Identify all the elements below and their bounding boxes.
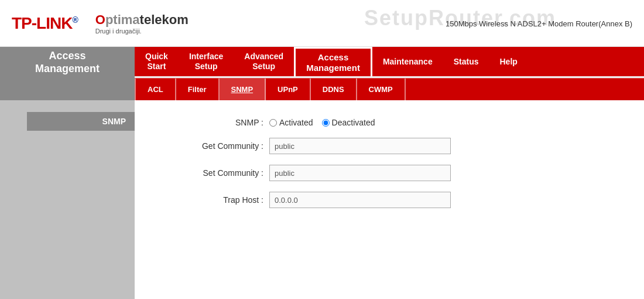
set-community-label: Set Community : — [158, 168, 263, 178]
sub-nav-bar: ACL Filter SNMP UPnP DDNS CWMP — [0, 78, 644, 100]
nav-item-access-management[interactable]: AccessManagement — [294, 47, 372, 76]
snmp-label: SNMP : — [158, 118, 263, 127]
activated-option[interactable]: Activated — [269, 118, 313, 127]
nav-item-quick-start[interactable]: QuickStart — [135, 47, 179, 76]
sub-nav-acl[interactable]: ACL — [135, 79, 176, 100]
sidebar: SNMP — [0, 100, 135, 299]
sub-nav-cwmp[interactable]: CWMP — [357, 79, 406, 100]
nav-item-interface-setup[interactable]: InterfaceSetup — [179, 47, 234, 76]
deactivated-radio[interactable] — [322, 119, 330, 127]
trap-host-label: Trap Host : — [158, 195, 263, 205]
nav-bar: AccessManagement QuickStart InterfaceSet… — [0, 47, 644, 78]
content-area: SNMP SNMP : Activated Deactivated — [0, 100, 644, 299]
set-community-input[interactable] — [269, 165, 451, 181]
optima-logo: Optimatelekom Drugi i drugačiji. — [95, 12, 189, 35]
optima-red-letter: O — [95, 12, 105, 27]
sidebar-nav-label: AccessManagement — [0, 47, 135, 78]
sub-nav-filter[interactable]: Filter — [176, 79, 220, 100]
tp-link-logo: TP-LINK® — [12, 14, 78, 33]
nav-items: QuickStart InterfaceSetup AdvancedSetup … — [135, 47, 644, 76]
sub-nav-spacer — [0, 78, 135, 100]
nav-item-status[interactable]: Status — [443, 47, 489, 76]
activated-label: Activated — [279, 118, 313, 127]
sub-nav-items: ACL Filter SNMP UPnP DDNS CWMP — [135, 79, 644, 100]
nav-item-maintenance[interactable]: Maintenance — [372, 47, 443, 76]
trap-host-input[interactable] — [269, 192, 451, 208]
sub-nav-snmp[interactable]: SNMP — [220, 79, 266, 100]
sidebar-item-snmp[interactable]: SNMP — [27, 112, 135, 131]
deactivated-label: Deactivated — [332, 118, 375, 127]
reg-mark: ® — [72, 15, 77, 24]
main-content: SNMP : Activated Deactivated Get Communi… — [135, 100, 644, 299]
get-community-row: Get Community : — [158, 138, 621, 154]
snmp-form: SNMP : Activated Deactivated Get Communi… — [158, 118, 621, 208]
activated-radio[interactable] — [269, 119, 277, 127]
header: TP-LINK® Optimatelekom Drugi i drugačiji… — [0, 0, 644, 47]
nav-item-help[interactable]: Help — [489, 47, 527, 76]
snmp-row: SNMP : Activated Deactivated — [158, 118, 621, 127]
optima-gray-part: ptima — [105, 12, 140, 27]
nav-item-advanced-setup[interactable]: AdvancedSetup — [234, 47, 294, 76]
get-community-input[interactable] — [269, 138, 451, 154]
optima-telekom: telekom — [140, 12, 189, 27]
set-community-row: Set Community : — [158, 165, 621, 181]
get-community-label: Get Community : — [158, 141, 263, 151]
main-nav: QuickStart InterfaceSetup AdvancedSetup … — [135, 47, 644, 76]
sub-nav: ACL Filter SNMP UPnP DDNS CWMP — [135, 78, 644, 100]
deactivated-option[interactable]: Deactivated — [322, 118, 375, 127]
trap-host-row: Trap Host : — [158, 192, 621, 208]
device-title: 150Mbps Wireless N ADSL2+ Modem Router(A… — [446, 19, 632, 28]
optima-brand-name: Optimatelekom — [95, 12, 189, 28]
snmp-radio-group: Activated Deactivated — [269, 118, 375, 127]
sub-nav-upnp[interactable]: UPnP — [266, 79, 311, 100]
sub-nav-ddns[interactable]: DDNS — [311, 79, 357, 100]
optima-sub: Drugi i drugačiji. — [95, 28, 142, 35]
